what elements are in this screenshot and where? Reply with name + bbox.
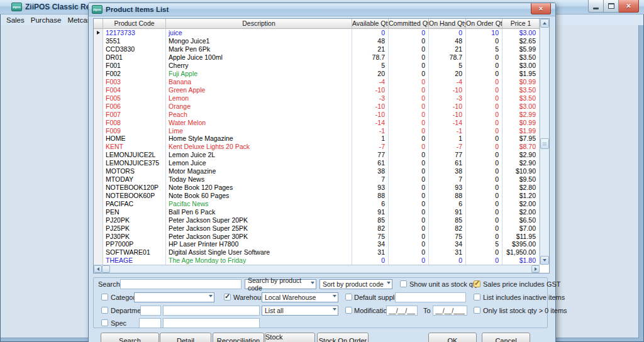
cell-on-hand-qty[interactable]: 20 bbox=[429, 70, 466, 78]
table-row[interactable]: LEMONJUICE375Lemon Juice610610$2.90 bbox=[94, 159, 540, 167]
cell-committed-qty[interactable]: 0 bbox=[389, 175, 429, 184]
cell-description[interactable]: Note Book 120 Pages bbox=[166, 184, 352, 192]
table-row[interactable]: MOTORSMotor Magazine380380$10.90 bbox=[94, 167, 540, 175]
cell-description[interactable]: Water Melon bbox=[166, 118, 352, 126]
cell-price[interactable]: $1,950.00 bbox=[502, 248, 540, 256]
cell-price[interactable]: $0.99 bbox=[502, 78, 540, 86]
cancel-button[interactable]: Cancel bbox=[482, 333, 530, 342]
cell-description[interactable]: Peter Jackson Super 20PK bbox=[166, 216, 352, 224]
cell-price[interactable]: $7.95 bbox=[502, 135, 540, 143]
cell-description[interactable]: Home Style Magazine bbox=[166, 135, 352, 143]
row-selector[interactable] bbox=[94, 167, 103, 175]
table-row[interactable]: NOTEBOOK120PNote Book 120 Pages930930$2.… bbox=[94, 184, 540, 192]
column-header[interactable]: Price 1 bbox=[502, 19, 540, 29]
cell-description[interactable]: Mark Pen 6Pk bbox=[166, 45, 352, 53]
row-selector[interactable] bbox=[94, 135, 103, 143]
cell-available-qty[interactable]: -10 bbox=[352, 110, 389, 118]
table-row[interactable]: PJ20PKPeter Jackson Super 20PK850850$6.5… bbox=[94, 216, 540, 224]
cell-on-hand-qty[interactable]: 61 bbox=[429, 159, 466, 167]
menu-item-sales[interactable]: Sales bbox=[6, 16, 25, 24]
cell-price[interactable]: $3.50 bbox=[502, 94, 540, 102]
cell-committed-qty[interactable]: 0 bbox=[389, 232, 429, 240]
spec-checkbox[interactable] bbox=[101, 319, 108, 326]
cell-available-qty[interactable]: 34 bbox=[352, 240, 389, 248]
cell-price[interactable]: $3.00 bbox=[502, 102, 540, 110]
cell-product-code[interactable]: NOTEBOOK60P bbox=[103, 191, 166, 199]
cell-description[interactable]: Cherry bbox=[166, 62, 352, 70]
cell-on-order-qty[interactable]: 0 bbox=[466, 167, 502, 175]
cell-price[interactable]: $0.99 bbox=[502, 118, 540, 126]
table-row[interactable]: F005Lemon-30-30$3.50 bbox=[94, 94, 540, 102]
cell-price[interactable]: $1.95 bbox=[502, 70, 540, 78]
cell-product-code[interactable]: PJ30PK bbox=[103, 232, 166, 240]
cell-available-qty[interactable]: 82 bbox=[352, 224, 389, 232]
dialog-close-icon[interactable] bbox=[531, 3, 551, 14]
cell-on-order-qty[interactable]: 0 bbox=[466, 110, 502, 118]
cell-on-hand-qty[interactable]: 38 bbox=[429, 167, 466, 175]
row-selector[interactable] bbox=[94, 29, 103, 37]
table-row[interactable]: F001Cherry5050$3.00 bbox=[94, 62, 540, 70]
cell-on-order-qty[interactable]: 0 bbox=[466, 62, 502, 70]
warehouse-checkbox[interactable] bbox=[224, 294, 231, 301]
cell-on-hand-qty[interactable]: 82 bbox=[429, 224, 466, 232]
modification-checkbox[interactable] bbox=[345, 307, 352, 314]
cell-description[interactable]: Green Apple bbox=[166, 86, 352, 94]
cell-committed-qty[interactable]: 0 bbox=[389, 224, 429, 232]
department-name-input[interactable] bbox=[163, 306, 260, 316]
row-selector[interactable] bbox=[94, 37, 103, 45]
cell-product-code[interactable]: F002 bbox=[103, 70, 166, 78]
category-dropdown[interactable] bbox=[134, 292, 214, 302]
dialog-titlebar[interactable]: zipos Product Items List bbox=[89, 3, 555, 16]
reconciliation-button[interactable]: Reconciliation bbox=[213, 333, 264, 342]
cell-on-order-qty[interactable]: 0 bbox=[466, 86, 502, 94]
cell-description[interactable]: Peter Jackson Super 25PK bbox=[166, 224, 352, 232]
cell-committed-qty[interactable]: 0 bbox=[389, 207, 429, 216]
cell-on-order-qty[interactable]: 0 bbox=[466, 102, 502, 110]
cell-on-order-qty[interactable]: 0 bbox=[466, 191, 502, 199]
cell-description[interactable]: Kent Deluxe Lights 20 Pack bbox=[166, 143, 352, 151]
cell-description[interactable]: juice bbox=[166, 29, 352, 37]
row-selector[interactable] bbox=[94, 151, 103, 159]
table-row[interactable]: SOFTWARE01Digital Assist Single User Sof… bbox=[94, 248, 540, 256]
cell-product-code[interactable]: F003 bbox=[103, 78, 166, 86]
cell-description[interactable]: HP Laser Printer H7800 bbox=[166, 240, 352, 248]
cell-product-code[interactable]: MTODAY bbox=[103, 175, 166, 184]
date-to-input[interactable] bbox=[433, 306, 467, 316]
cell-committed-qty[interactable]: 0 bbox=[389, 45, 429, 53]
cell-on-hand-qty[interactable]: 78.7 bbox=[429, 53, 466, 62]
inactive-items-checkbox[interactable] bbox=[474, 294, 480, 301]
list-all-dropdown[interactable]: List all bbox=[262, 306, 338, 316]
cell-price[interactable]: $3.00 bbox=[502, 62, 540, 70]
cell-committed-qty[interactable]: 0 bbox=[389, 184, 429, 192]
cell-available-qty[interactable]: 0 bbox=[352, 29, 389, 37]
cell-on-order-qty[interactable]: 0 bbox=[466, 199, 502, 207]
cell-description[interactable]: Lemon Juice 2L bbox=[166, 151, 352, 159]
horizontal-scroll-thumb[interactable] bbox=[102, 265, 110, 273]
cell-committed-qty[interactable]: 0 bbox=[389, 94, 429, 102]
cell-on-hand-qty[interactable]: 91 bbox=[429, 207, 466, 216]
cell-on-order-qty[interactable]: 0 bbox=[466, 216, 502, 224]
cell-price[interactable]: $8.70 bbox=[502, 143, 540, 151]
cell-available-qty[interactable]: 61 bbox=[352, 159, 389, 167]
row-selector[interactable] bbox=[94, 102, 103, 110]
row-selector[interactable] bbox=[94, 94, 103, 102]
table-row[interactable]: PP7000PHP Laser Printer H7800340345$395.… bbox=[94, 240, 540, 248]
spec-name-input[interactable] bbox=[163, 318, 260, 328]
row-selector[interactable] bbox=[94, 175, 103, 184]
cell-available-qty[interactable]: 75 bbox=[352, 232, 389, 240]
cell-available-qty[interactable]: -3 bbox=[352, 94, 389, 102]
close-icon[interactable] bbox=[619, 0, 639, 13]
cell-description[interactable]: Orange bbox=[166, 102, 352, 110]
default-supplier-input[interactable] bbox=[395, 292, 466, 302]
cell-product-code[interactable]: HOME bbox=[103, 135, 166, 143]
cell-on-hand-qty[interactable]: -10 bbox=[429, 110, 466, 118]
row-selector[interactable] bbox=[94, 62, 103, 70]
table-row[interactable]: NOTEBOOK60PNote Book 60 Pages880880$1.20 bbox=[94, 191, 540, 199]
cell-on-hand-qty[interactable]: 75 bbox=[429, 232, 466, 240]
cell-on-hand-qty[interactable]: -14 bbox=[429, 118, 466, 126]
cell-committed-qty[interactable]: 0 bbox=[389, 70, 429, 78]
cell-on-order-qty[interactable]: 0 bbox=[466, 248, 502, 256]
table-row[interactable]: F004Green Apple-100-100$3.50 bbox=[94, 86, 540, 94]
cell-on-hand-qty[interactable]: 77 bbox=[429, 151, 466, 159]
row-selector[interactable] bbox=[94, 110, 103, 118]
